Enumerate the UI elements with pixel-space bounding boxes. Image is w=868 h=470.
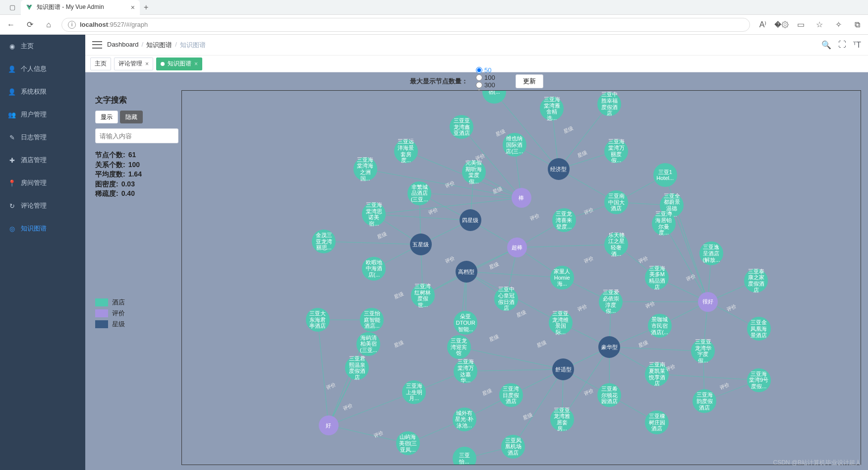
graph-node[interactable]: 三亚龙湾喜来登度... bbox=[552, 208, 576, 232]
graph-node[interactable]: 完美假期听海棠度假... bbox=[462, 160, 486, 184]
graph-node[interactable]: 三亚龙湾迎宾馆 bbox=[447, 335, 471, 359]
tab-0[interactable]: 主页 bbox=[90, 58, 111, 70]
graph-node[interactable]: 三亚凤凰机场酒店 bbox=[501, 435, 525, 459]
radio-50[interactable]: 50 bbox=[476, 66, 499, 74]
graph-node[interactable]: 三亚亚龙湾雅居套房... bbox=[550, 408, 574, 431]
sidebar-item-3[interactable]: 👥用户管理 bbox=[0, 103, 85, 126]
sidebar-item-4[interactable]: ✎日志管理 bbox=[0, 126, 85, 149]
collections-icon[interactable]: ⧉ bbox=[851, 19, 863, 31]
graph-node[interactable]: 三亚远洋海景套房度... bbox=[394, 139, 418, 163]
close-icon[interactable]: × bbox=[194, 60, 198, 67]
graph-node[interactable]: 棒 bbox=[512, 188, 531, 208]
new-tab-button[interactable]: + bbox=[144, 3, 148, 12]
graph-node[interactable]: 家里人Homie海... bbox=[550, 266, 574, 290]
graph-node[interactable]: 三亚1 Hotel... bbox=[653, 163, 677, 187]
graph-node[interactable]: 高档型 bbox=[456, 261, 477, 283]
radio-300[interactable]: 300 bbox=[476, 81, 499, 89]
graph-node[interactable]: 三亚海棠湾雁舍精选... bbox=[540, 97, 564, 120]
graph-node[interactable]: 三亚海韵度假酒店 bbox=[693, 389, 716, 413]
favorites-bar-icon[interactable]: ✧ bbox=[832, 19, 844, 31]
back-icon[interactable]: ← bbox=[5, 19, 17, 31]
reader-icon[interactable]: ▭ bbox=[795, 19, 807, 31]
graph-node[interactable]: 好 bbox=[319, 415, 339, 435]
graph-node[interactable]: 四星级 bbox=[460, 209, 481, 231]
graph-node[interactable]: 城外有星光·朴泳池... bbox=[453, 408, 476, 431]
favorite-icon[interactable]: ☆ bbox=[813, 19, 825, 31]
graph-node[interactable]: 三亚南夏凯莱悦享酒店 bbox=[645, 362, 669, 386]
sidebar-item-8[interactable]: ◎知识图谱 bbox=[0, 217, 85, 240]
graph-node[interactable]: 三亚海棠湾万达嘉华... bbox=[454, 359, 477, 383]
sidebar-item-7[interactable]: ↻评论管理 bbox=[0, 194, 85, 217]
graph-node[interactable]: 三亚亚龙湾维景国际... bbox=[549, 311, 573, 335]
graph-node[interactable]: 三亚湾红树林度假世... bbox=[411, 284, 435, 307]
graph-node[interactable]: 山屿海美宿(三亚凤... bbox=[396, 431, 420, 455]
tab-2[interactable]: 知识图谱× bbox=[156, 58, 202, 70]
graph-canvas[interactable]: 宿(...三亚海棠湾雁舍精选...三亚中胜幸福度假酒店三亚亚龙湾鑫亚酒店维也纳国… bbox=[181, 90, 861, 465]
graph-node[interactable]: 豪华型 bbox=[598, 336, 620, 358]
browser-tab[interactable]: 知识图谱 - My Vue Admin × bbox=[21, 0, 140, 15]
radio-input[interactable] bbox=[476, 74, 482, 81]
graph-node[interactable]: 三亚南中国大酒店 bbox=[604, 190, 628, 214]
tab-1[interactable]: 评论管理× bbox=[114, 58, 153, 70]
graph-node[interactable]: 三亚希尔顿花园酒店 bbox=[597, 383, 621, 407]
graph-node[interactable]: 三亚亚龙湾华宇度假... bbox=[691, 339, 715, 363]
graph-node[interactable]: 景咖城市民宿酒店(... bbox=[648, 314, 672, 338]
graph-node[interactable]: 很好 bbox=[698, 292, 718, 312]
radio-100[interactable]: 100 bbox=[476, 74, 499, 81]
graph-node[interactable]: 三亚怡... bbox=[453, 447, 476, 465]
graph-node[interactable]: 三亚大东海君亭酒店 bbox=[306, 308, 330, 332]
graph-node[interactable]: 超棒 bbox=[507, 237, 527, 257]
close-icon[interactable]: × bbox=[131, 3, 135, 11]
graph-node[interactable]: 海屿清柏美宿(三亚... bbox=[356, 332, 380, 356]
graph-node[interactable]: 三亚海棠湾思诺美宿... bbox=[362, 202, 386, 226]
graph-node[interactable]: 三亚中心皇冠假日酒店 bbox=[494, 287, 518, 311]
graph-node[interactable]: 三亚怡庭智能酒店... bbox=[360, 308, 384, 332]
tablist-icon[interactable]: ▢ bbox=[8, 3, 17, 12]
graph-node[interactable]: 维也纳国际酒店(三... bbox=[503, 133, 526, 157]
read-aloud-icon[interactable]: A⁾ bbox=[757, 19, 769, 31]
reload-icon[interactable]: ⟳ bbox=[24, 19, 36, 31]
sidebar-item-0[interactable]: ◉主页 bbox=[0, 35, 85, 58]
font-size-icon[interactable]: ᵀT bbox=[853, 40, 861, 50]
fullscreen-icon[interactable]: ⛶ bbox=[838, 40, 846, 50]
graph-node[interactable]: 舒适型 bbox=[552, 358, 574, 380]
graph-node[interactable]: 三亚海棠湾万丽度假... bbox=[604, 139, 628, 163]
url-input[interactable]: i localhost:9527/#/graph bbox=[61, 18, 750, 32]
graph-node[interactable]: 三亚金凤凰海景酒店 bbox=[747, 317, 771, 341]
graph-node[interactable]: 三亚君熙温泉度假酒店 bbox=[345, 356, 369, 380]
graph-node[interactable]: 三亚橡树庄园酒店 bbox=[645, 411, 669, 434]
graph-node[interactable]: 朵亚DTOUR智能... bbox=[454, 311, 477, 335]
graph-node[interactable]: 三亚爱必依崇淳度假... bbox=[599, 290, 623, 314]
update-button[interactable]: 更新 bbox=[516, 74, 543, 88]
graph-node[interactable]: 三亚海美多M精品酒店 bbox=[645, 266, 669, 290]
home-icon[interactable]: ⌂ bbox=[43, 19, 55, 31]
graph-node[interactable]: 三亚中胜幸福度假酒店 bbox=[597, 92, 621, 116]
graph-node[interactable]: 欧暇地中海酒店(... bbox=[362, 257, 386, 281]
sidebar-item-6[interactable]: 📍房间管理 bbox=[0, 172, 85, 194]
search-input[interactable] bbox=[95, 128, 178, 143]
show-button[interactable]: 显示 bbox=[95, 111, 118, 123]
breadcrumb-item[interactable]: Dashboard bbox=[107, 41, 139, 50]
sidebar-item-2[interactable]: 👤系统权限 bbox=[0, 80, 85, 103]
graph-node[interactable]: 经济型 bbox=[548, 158, 570, 180]
radio-input[interactable] bbox=[476, 67, 482, 73]
graph-node[interactable]: 乐天赣江之星轻奢酒... bbox=[604, 233, 628, 256]
graph-node[interactable]: 三亚海上生明月... bbox=[402, 380, 426, 404]
graph-node[interactable]: 宿(... bbox=[482, 90, 506, 104]
graph-node[interactable]: 三亚泰康之家度假酒店 bbox=[744, 269, 768, 293]
graph-node[interactable]: 三亚逸呈酒店(解放... bbox=[699, 241, 723, 265]
hamburger-icon[interactable] bbox=[92, 40, 102, 50]
breadcrumb-item[interactable]: 知识图谱 bbox=[146, 41, 172, 50]
radio-input[interactable] bbox=[476, 82, 482, 88]
sidebar-item-5[interactable]: ✚酒店管理 bbox=[0, 149, 85, 172]
close-icon[interactable]: × bbox=[145, 60, 149, 67]
graph-node[interactable]: 非繁城品酒店(三亚... bbox=[407, 181, 431, 205]
graph-node[interactable]: 三亚海棠湾9号度假... bbox=[747, 368, 771, 392]
graph-node[interactable]: 三亚湾日度假酒店 bbox=[499, 383, 523, 407]
sidebar-item-1[interactable]: 👤个人信息 bbox=[0, 58, 85, 80]
search-icon[interactable]: 🔍 bbox=[821, 40, 831, 50]
graph-node[interactable]: 五星级 bbox=[410, 234, 432, 255]
hide-button[interactable]: 隐藏 bbox=[120, 111, 143, 123]
graph-node[interactable]: 三亚湾海居铂尔曼度... bbox=[652, 212, 676, 235]
graph-node[interactable]: 三亚亚龙湾鑫亚酒店 bbox=[450, 115, 473, 139]
